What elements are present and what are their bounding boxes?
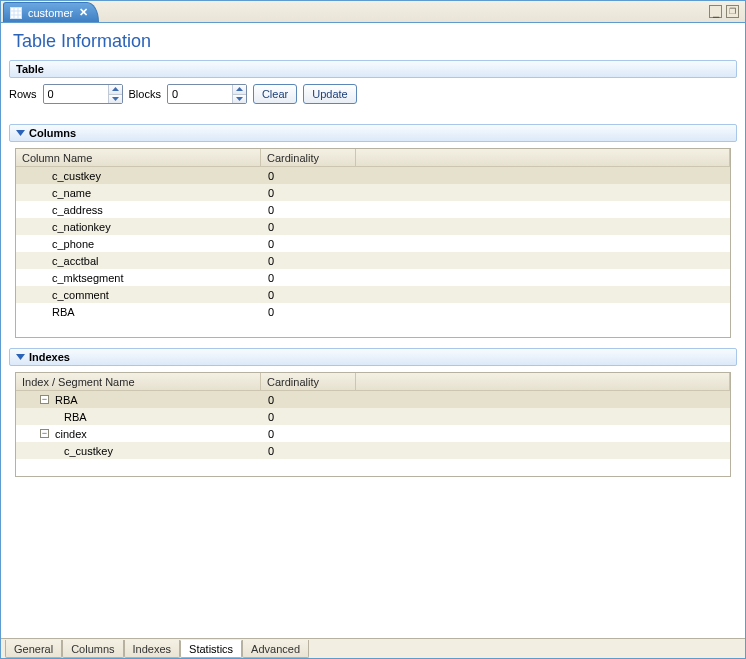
table-row[interactable]: c_custkey0 [16,167,730,184]
columns-table: Column Name Cardinality c_custkey0c_name… [15,148,731,338]
row-label: cindex [55,428,87,440]
indexes-table-body: −RBA0RBA0−cindex0c_custkey0 [16,391,730,476]
cell-index-name: c_custkey [16,444,261,458]
blank-row [16,459,730,476]
collapse-icon[interactable] [16,353,25,362]
blank-row [16,320,730,337]
cell-cardinality: 0 [261,305,356,319]
cell-column-name: c_nationkey [16,220,261,234]
content-area: Table Information Table Rows Blocks [1,23,745,638]
collapse-icon[interactable] [16,129,25,138]
update-button[interactable]: Update [303,84,356,104]
blocks-step-down[interactable] [233,95,246,104]
section-header-table[interactable]: Table [9,60,737,78]
cell-cardinality: 0 [261,410,356,424]
blocks-spinner[interactable] [167,84,247,104]
cell-cardinality: 0 [261,169,356,183]
indexes-table-header: Index / Segment Name Cardinality [16,373,730,391]
col-header-cardinality[interactable]: Cardinality [261,373,356,390]
col-header-blank [356,149,730,166]
cell-cardinality: 0 [261,393,356,407]
table-row[interactable]: c_name0 [16,184,730,201]
page-title: Table Information [13,31,737,52]
maximize-button[interactable]: ❐ [726,5,739,18]
svg-marker-9 [16,130,25,136]
blocks-step-up[interactable] [233,85,246,95]
section-header-columns[interactable]: Columns [9,124,737,142]
table-row[interactable]: −RBA0 [16,391,730,408]
svg-marker-10 [16,354,25,360]
cell-cardinality: 0 [261,186,356,200]
tree-collapse-icon[interactable]: − [40,429,49,438]
table-row[interactable]: −cindex0 [16,425,730,442]
cell-column-name: c_mktsegment [16,271,261,285]
cell-index-name: −cindex [16,427,261,441]
cell-column-name: c_phone [16,237,261,251]
section-title: Table [16,63,44,75]
rows-step-up[interactable] [109,85,122,95]
close-tab-icon[interactable]: ✕ [79,6,88,19]
editor-tab-label: customer [28,7,73,19]
tab-columns[interactable]: Columns [62,640,123,658]
table-inputs-row: Rows Blocks Clear Upda [9,84,737,104]
section-body-indexes: Index / Segment Name Cardinality −RBA0RB… [9,372,737,477]
table-row[interactable]: c_nationkey0 [16,218,730,235]
table-row[interactable]: c_phone0 [16,235,730,252]
tab-general[interactable]: General [5,640,62,658]
col-header-cardinality[interactable]: Cardinality [261,149,356,166]
svg-marker-5 [112,87,119,91]
minimize-button[interactable]: ▁ [709,5,722,18]
top-tab-bar: customer ✕ ▁ ❐ [1,1,745,23]
table-row[interactable]: c_custkey0 [16,442,730,459]
cell-index-name: RBA [16,410,261,424]
cell-cardinality: 0 [261,271,356,285]
table-row[interactable]: c_comment0 [16,286,730,303]
blocks-input[interactable] [168,85,232,103]
section-title: Indexes [29,351,70,363]
editor-window: customer ✕ ▁ ❐ Table Information Table R… [0,0,746,659]
section-title: Columns [29,127,76,139]
cell-cardinality: 0 [261,237,356,251]
row-label: RBA [55,394,78,406]
cell-cardinality: 0 [261,203,356,217]
table-row[interactable]: RBA0 [16,303,730,320]
tree-collapse-icon[interactable]: − [40,395,49,404]
cell-cardinality: 0 [261,254,356,268]
editor-tab-customer[interactable]: customer ✕ [3,2,99,22]
row-label: c_custkey [64,445,113,457]
table-row[interactable]: c_mktsegment0 [16,269,730,286]
svg-marker-7 [236,87,243,91]
columns-table-body: c_custkey0c_name0c_address0c_nationkey0c… [16,167,730,337]
svg-rect-0 [11,7,22,18]
cell-index-name: −RBA [16,393,261,407]
col-header-name[interactable]: Column Name [16,149,261,166]
rows-label: Rows [9,88,37,100]
indexes-table: Index / Segment Name Cardinality −RBA0RB… [15,372,731,477]
col-header-name[interactable]: Index / Segment Name [16,373,261,390]
cell-cardinality: 0 [261,444,356,458]
table-icon [10,7,22,19]
rows-input[interactable] [44,85,108,103]
cell-column-name: c_name [16,186,261,200]
cell-column-name: c_address [16,203,261,217]
blocks-label: Blocks [129,88,161,100]
cell-cardinality: 0 [261,427,356,441]
tab-advanced[interactable]: Advanced [242,640,309,658]
cell-column-name: c_custkey [16,169,261,183]
clear-button[interactable]: Clear [253,84,297,104]
cell-cardinality: 0 [261,288,356,302]
table-row[interactable]: c_acctbal0 [16,252,730,269]
rows-spinner[interactable] [43,84,123,104]
tab-statistics[interactable]: Statistics [180,640,242,658]
table-row[interactable]: RBA0 [16,408,730,425]
tab-indexes[interactable]: Indexes [124,640,181,658]
svg-marker-8 [236,97,243,101]
bottom-tab-bar: GeneralColumnsIndexesStatisticsAdvanced [1,638,745,658]
window-controls: ▁ ❐ [709,1,739,22]
section-header-indexes[interactable]: Indexes [9,348,737,366]
cell-column-name: c_comment [16,288,261,302]
section-body-columns: Column Name Cardinality c_custkey0c_name… [9,148,737,338]
section-body-table: Rows Blocks Clear Upda [9,84,737,114]
rows-step-down[interactable] [109,95,122,104]
table-row[interactable]: c_address0 [16,201,730,218]
